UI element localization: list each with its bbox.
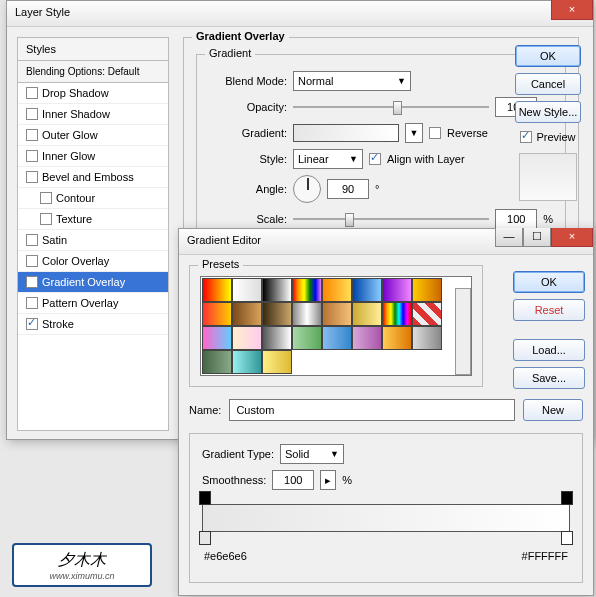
- opacity-stop-left[interactable]: [199, 491, 211, 505]
- smoothness-stepper[interactable]: ▸: [320, 470, 336, 490]
- color-stop-left[interactable]: [199, 531, 211, 545]
- preset-swatch[interactable]: [232, 278, 262, 302]
- preset-swatch[interactable]: [262, 350, 292, 374]
- style-checkbox[interactable]: [40, 213, 52, 225]
- style-item-gradient-overlay[interactable]: Gradient Overlay: [18, 272, 168, 293]
- preset-swatch[interactable]: [382, 278, 412, 302]
- style-checkbox[interactable]: [26, 318, 38, 330]
- gradient-strip[interactable]: [202, 504, 570, 532]
- opacity-stop-right[interactable]: [561, 491, 573, 505]
- preset-swatch[interactable]: [262, 278, 292, 302]
- preview-label: Preview: [536, 131, 575, 143]
- style-label: Drop Shadow: [42, 87, 109, 99]
- style-label: Gradient Overlay: [42, 276, 125, 288]
- align-checkbox[interactable]: [369, 153, 381, 165]
- preset-swatch[interactable]: [232, 326, 262, 350]
- style-checkbox[interactable]: [26, 234, 38, 246]
- style-checkbox[interactable]: [26, 150, 38, 162]
- close-icon[interactable]: ×: [551, 228, 593, 247]
- ge-load-button[interactable]: Load...: [513, 339, 585, 361]
- style-item-texture[interactable]: Texture: [18, 209, 168, 230]
- style-item-outer-glow[interactable]: Outer Glow: [18, 125, 168, 146]
- preview-checkbox[interactable]: [520, 131, 532, 143]
- style-item-color-overlay[interactable]: Color Overlay: [18, 251, 168, 272]
- ok-button[interactable]: OK: [515, 45, 581, 67]
- style-checkbox[interactable]: [26, 297, 38, 309]
- smoothness-value[interactable]: 100: [272, 470, 314, 490]
- overlay-legend: Gradient Overlay: [192, 30, 289, 42]
- ge-reset-button[interactable]: Reset: [513, 299, 585, 321]
- close-icon[interactable]: ×: [551, 0, 593, 20]
- gradient-picker[interactable]: [293, 124, 399, 142]
- scale-slider[interactable]: [293, 212, 489, 226]
- preset-swatch[interactable]: [382, 302, 412, 326]
- presets-scrollbar[interactable]: [455, 288, 471, 375]
- style-checkbox[interactable]: [26, 87, 38, 99]
- style-select[interactable]: Linear▼: [293, 149, 363, 169]
- preset-swatch[interactable]: [352, 278, 382, 302]
- ge-new-button[interactable]: New: [523, 399, 583, 421]
- style-item-stroke[interactable]: Stroke: [18, 314, 168, 335]
- gradient-type-select[interactable]: Solid▼: [280, 444, 344, 464]
- blend-mode-select[interactable]: Normal▼: [293, 71, 411, 91]
- style-item-drop-shadow[interactable]: Drop Shadow: [18, 83, 168, 104]
- name-input[interactable]: Custom: [229, 399, 515, 421]
- preset-swatch[interactable]: [412, 278, 442, 302]
- gradient-editor-titlebar[interactable]: Gradient Editor — ☐ ×: [179, 229, 593, 255]
- minimize-icon[interactable]: —: [495, 228, 523, 247]
- name-label: Name:: [189, 404, 221, 416]
- preset-swatch[interactable]: [322, 326, 352, 350]
- preset-swatch[interactable]: [412, 302, 442, 326]
- preset-swatch[interactable]: [202, 278, 232, 302]
- angle-dial[interactable]: [293, 175, 321, 203]
- gradient-editor-title: Gradient Editor: [187, 234, 261, 246]
- styles-header[interactable]: Styles: [18, 38, 168, 61]
- chevron-down-icon: ▼: [330, 449, 339, 459]
- angle-value[interactable]: 90: [327, 179, 369, 199]
- style-item-contour[interactable]: Contour: [18, 188, 168, 209]
- maximize-icon[interactable]: ☐: [523, 228, 551, 247]
- new-style-button[interactable]: New Style...: [515, 101, 581, 123]
- preset-swatch[interactable]: [262, 326, 292, 350]
- preset-swatch[interactable]: [292, 278, 322, 302]
- preset-swatch[interactable]: [322, 278, 352, 302]
- ge-save-button[interactable]: Save...: [513, 367, 585, 389]
- style-checkbox[interactable]: [26, 255, 38, 267]
- blend-mode-label: Blend Mode:: [209, 75, 287, 87]
- color-stop-right[interactable]: [561, 531, 573, 545]
- preset-swatch[interactable]: [202, 302, 232, 326]
- blending-options-header[interactable]: Blending Options: Default: [18, 61, 168, 83]
- preset-swatch[interactable]: [322, 302, 352, 326]
- preset-swatch[interactable]: [232, 350, 262, 374]
- preset-swatch[interactable]: [202, 350, 232, 374]
- style-checkbox[interactable]: [40, 192, 52, 204]
- cancel-button[interactable]: Cancel: [515, 73, 581, 95]
- preset-swatch[interactable]: [202, 326, 232, 350]
- preset-swatch[interactable]: [292, 326, 322, 350]
- angle-label: Angle:: [209, 183, 287, 195]
- style-checkbox[interactable]: [26, 129, 38, 141]
- layer-style-titlebar[interactable]: Layer Style ×: [7, 1, 593, 27]
- watermark-logo: 夕木木 www.ximumu.cn: [12, 543, 152, 587]
- opacity-slider[interactable]: [293, 100, 489, 114]
- style-checkbox[interactable]: [26, 276, 38, 288]
- preset-swatch[interactable]: [292, 302, 322, 326]
- style-item-satin[interactable]: Satin: [18, 230, 168, 251]
- style-checkbox[interactable]: [26, 108, 38, 120]
- style-checkbox[interactable]: [26, 171, 38, 183]
- style-item-inner-glow[interactable]: Inner Glow: [18, 146, 168, 167]
- style-item-inner-shadow[interactable]: Inner Shadow: [18, 104, 168, 125]
- reverse-checkbox[interactable]: [429, 127, 441, 139]
- style-item-pattern-overlay[interactable]: Pattern Overlay: [18, 293, 168, 314]
- preview-swatch: [519, 153, 577, 201]
- style-item-bevel-and-emboss[interactable]: Bevel and Emboss: [18, 167, 168, 188]
- preset-swatch[interactable]: [232, 302, 262, 326]
- preset-swatch[interactable]: [382, 326, 412, 350]
- gradient-dropdown[interactable]: ▼: [405, 123, 423, 143]
- preset-swatch[interactable]: [412, 326, 442, 350]
- preset-swatch[interactable]: [262, 302, 292, 326]
- ge-ok-button[interactable]: OK: [513, 271, 585, 293]
- preset-swatch[interactable]: [352, 302, 382, 326]
- preset-swatch[interactable]: [352, 326, 382, 350]
- hex-right: #FFFFFF: [522, 550, 568, 562]
